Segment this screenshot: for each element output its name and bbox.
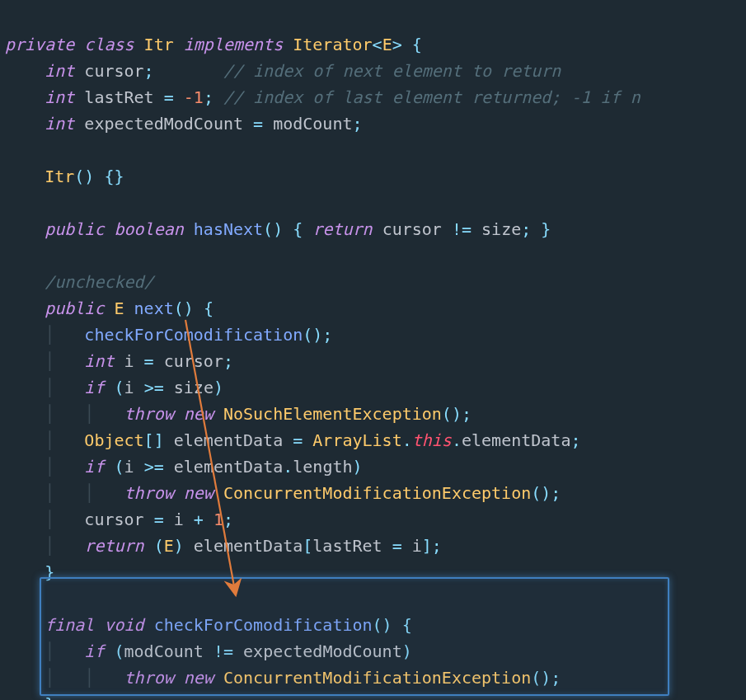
type-nse: NoSuchElementException [223, 404, 442, 424]
method-next: next [134, 298, 174, 318]
kw-int: int [45, 87, 74, 107]
kw-public: public [45, 219, 104, 239]
kw-implements: implements [184, 35, 283, 54]
kw-void: void [104, 615, 143, 635]
field-cursor: cursor [84, 61, 143, 81]
comment-lastret: // index of last element returned; -1 if… [223, 87, 640, 107]
comment-unchecked: /unchecked/ [45, 272, 153, 292]
field-expected: expectedModCount [84, 114, 243, 134]
method-hasnext: hasNext [194, 219, 263, 239]
type-cme: ConcurrentModificationException [223, 668, 531, 688]
kw-class: class [84, 35, 134, 54]
comment-cursor: // index of next element to return [223, 61, 561, 81]
ref-modcount: modCount [273, 114, 352, 134]
method-checkforcomod: checkForComodification [154, 615, 373, 635]
kw-final: final [45, 615, 94, 635]
code-block: private class Itr implements Iterator<E>… [0, 0, 746, 700]
class-name: Itr [144, 35, 174, 54]
kw-boolean: boolean [114, 219, 183, 239]
ctor-name: Itr [45, 167, 74, 186]
type-cme: ConcurrentModificationException [223, 483, 531, 503]
kw-this: this [412, 430, 452, 450]
type-param: E [382, 35, 392, 54]
kw-int: int [45, 114, 74, 134]
literal-neg1: -1 [184, 87, 204, 107]
field-lastret: lastRet [84, 87, 153, 107]
kw-int: int [45, 61, 74, 81]
iface-name: Iterator [293, 35, 372, 54]
call-checkforcomod: checkForComodification [84, 325, 303, 345]
kw-private: private [5, 35, 74, 54]
